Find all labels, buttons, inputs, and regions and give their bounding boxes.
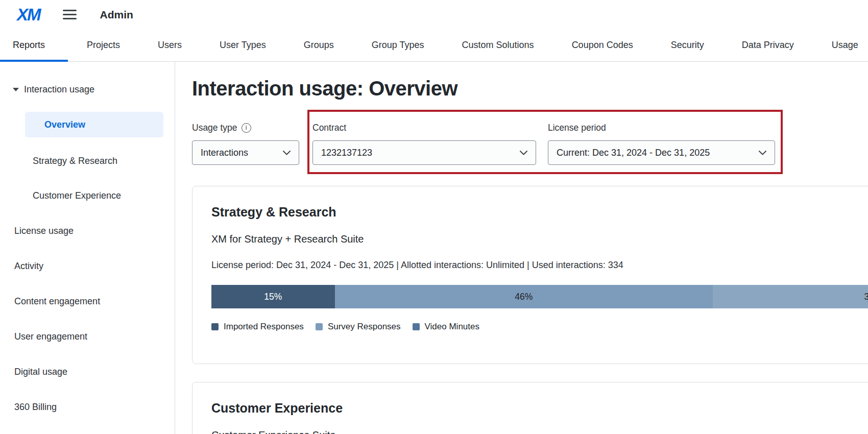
filter-controls: Usage type Interactions Contract 123 (192, 110, 868, 174)
tab-reports[interactable]: Reports (0, 29, 68, 61)
page-title: Interaction usage: Overview (192, 77, 868, 100)
tab-user-types[interactable]: User Types (201, 29, 285, 61)
contract-group: Contract 1232137123 (312, 123, 536, 165)
license-period-group: License period Current: Dec 31, 2024 - D… (548, 123, 775, 165)
legend-item: Survey Responses (316, 322, 401, 332)
card-subtitle: Customer Experience Suite (211, 429, 868, 434)
legend-label: Survey Responses (328, 322, 401, 332)
top-bar: XM Admin (0, 0, 868, 29)
usage-bar-segment: 39% (713, 285, 868, 308)
card-title: Customer Experience (211, 400, 868, 416)
legend-swatch-icon (316, 323, 323, 330)
select-value: Interactions (201, 148, 248, 158)
usage-bar-segment: 15% (211, 285, 335, 308)
content-area: Interaction usage Overview Strategy & Re… (0, 62, 868, 434)
sidebar-item-user-engagement[interactable]: User engagement (0, 325, 175, 348)
contract-label: Contract (312, 123, 536, 133)
legend-swatch-icon (211, 323, 219, 330)
main-content: Interaction usage: Overview Usage type I… (175, 62, 868, 434)
legend-item: Video Minutes (413, 322, 479, 332)
usage-bar-segment: 46% (335, 285, 713, 308)
tab-coupon-codes[interactable]: Coupon Codes (553, 29, 652, 61)
license-period-label: License period (548, 123, 775, 133)
card-meta: License period: Dec 31, 2024 - Dec 31, 2… (211, 260, 868, 271)
app-title: Admin (100, 9, 133, 21)
sidebar-item-overview[interactable]: Overview (25, 112, 163, 137)
card-customer-experience: Customer Experience Customer Experience … (192, 382, 868, 434)
legend-label: Video Minutes (425, 322, 479, 332)
tab-usage[interactable]: Usage (813, 29, 868, 61)
usage-bar: 15%46%39% (211, 285, 868, 308)
sidebar-item-digital-usage[interactable]: Digital usage (0, 360, 175, 383)
usage-type-label: Usage type (192, 123, 299, 133)
usage-legend: Imported ResponsesSurvey ResponsesVideo … (211, 322, 868, 332)
filter-label-text: Usage type (192, 123, 237, 133)
annotation-box: Contract 1232137123 License period Curr (307, 110, 783, 174)
tab-data-privacy[interactable]: Data Privacy (723, 29, 813, 61)
card-title: Strategy & Research (211, 204, 868, 220)
admin-tab-bar: Reports Projects Users User Types Groups… (0, 29, 868, 62)
legend-item: Imported Responses (211, 322, 304, 332)
select-value: Current: Dec 31, 2024 - Dec 31, 2025 (557, 148, 710, 158)
card-strategy-research: Strategy & Research XM for Strategy + Re… (192, 186, 868, 364)
sidebar-item-360-billing[interactable]: 360 Billing (0, 396, 175, 418)
chevron-down-icon (759, 151, 766, 155)
sidebar-item-activity[interactable]: Activity (0, 255, 175, 277)
tab-users[interactable]: Users (139, 29, 201, 61)
sidebar-item-content-engagement[interactable]: Content engagement (0, 290, 175, 312)
filter-label-text: Contract (312, 123, 346, 133)
sidebar-item-interaction-usage[interactable]: Interaction usage (0, 79, 175, 100)
license-period-select[interactable]: Current: Dec 31, 2024 - Dec 31, 2025 (548, 140, 775, 165)
sidebar-item-license-usage[interactable]: License usage (0, 220, 175, 242)
tab-groups[interactable]: Groups (285, 29, 353, 61)
usage-type-select[interactable]: Interactions (192, 140, 299, 165)
sidebar-item-customer-experience[interactable]: Customer Experience (0, 184, 175, 207)
chevron-down-icon (520, 151, 527, 155)
contract-select[interactable]: 1232137123 (312, 140, 536, 165)
select-value: 1232137123 (321, 148, 372, 158)
legend-swatch-icon (413, 323, 420, 330)
tab-custom-solutions[interactable]: Custom Solutions (443, 29, 553, 61)
sidebar-item-label: Overview (44, 119, 85, 130)
legend-label: Imported Responses (224, 322, 304, 332)
chevron-down-icon (283, 151, 291, 155)
card-subtitle: XM for Strategy + Research Suite (211, 233, 868, 245)
info-icon[interactable] (242, 123, 251, 133)
sidebar: Interaction usage Overview Strategy & Re… (0, 62, 175, 434)
tab-projects[interactable]: Projects (68, 29, 139, 61)
filter-label-text: License period (548, 123, 606, 133)
sidebar-item-strategy-research[interactable]: Strategy & Research (0, 150, 175, 172)
usage-type-group: Usage type Interactions (192, 123, 299, 165)
hamburger-menu-icon[interactable] (63, 10, 77, 19)
caret-down-icon (13, 88, 19, 91)
tab-security[interactable]: Security (652, 29, 723, 61)
sidebar-item-label: Interaction usage (24, 84, 94, 95)
tab-group-types[interactable]: Group Types (353, 29, 443, 61)
xm-logo: XM (17, 6, 40, 23)
